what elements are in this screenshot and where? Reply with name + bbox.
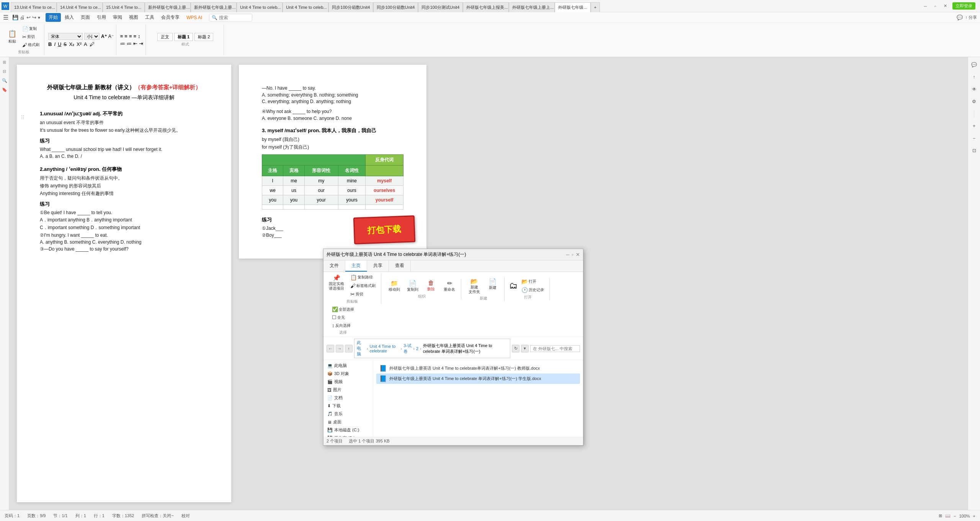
font-size-decrease[interactable]: A⁻ — [108, 34, 114, 39]
indent-decrease-btn[interactable]: ⇤ — [133, 41, 137, 46]
fe-sidebar-3d[interactable]: 📦3D 对象 — [323, 370, 373, 378]
fe-crumb-test[interactable]: 3-试卷 — [403, 343, 412, 354]
menu-wpsai[interactable]: WPS AI — [183, 14, 205, 21]
ribbon-paste[interactable]: 📋 粘贴 — [5, 29, 19, 45]
tab-7[interactable]: Unit 4 Time to celeb... — [283, 2, 328, 12]
fe-properties-btn[interactable]: 🗂 — [509, 281, 518, 291]
fe-up-btn[interactable]: ↑ — [345, 345, 353, 352]
fe-file-teacher[interactable]: 📘 外研版七年级上册英语 Unit 4 Time to celebrate单词表… — [376, 363, 580, 374]
align-left-btn[interactable]: ≡ — [120, 33, 123, 39]
style-h1[interactable]: 标题 1 — [174, 33, 193, 41]
fe-sidebar-c[interactable]: 💾本地磁盘 (C:) — [323, 426, 373, 434]
fe-sidebar-d[interactable]: 💾工作室 (D:) — [323, 434, 373, 437]
menu-view[interactable]: 视图 — [126, 13, 141, 22]
fe-cut-btn[interactable]: ✂剪切 — [348, 290, 378, 298]
font-family-select[interactable]: 宋体 — [48, 33, 83, 40]
tab-3[interactable]: 15.Unit 4 Time to... — [103, 2, 145, 12]
fe-minimize-btn[interactable]: ─ — [566, 252, 569, 257]
sidebar-navigation-icon[interactable]: ⊞ — [1, 59, 8, 66]
restore-btn[interactable]: ▫ — [932, 3, 938, 9]
tab-13-active[interactable]: 外研版七年级... — [555, 2, 590, 12]
ribbon-format-painter[interactable]: 🖌格式刷 — [20, 41, 42, 49]
rs-settings-icon[interactable]: ⚙ — [970, 97, 979, 106]
fe-restore-btn[interactable]: ▫ — [572, 252, 573, 257]
fe-sidebar-docs[interactable]: 📄文档 — [323, 394, 373, 402]
tab-new[interactable]: + — [591, 2, 600, 12]
print-icon[interactable]: 🖨 — [20, 15, 25, 20]
fe-rename-btn[interactable]: ✏重命名 — [441, 279, 458, 293]
ribbon-copy[interactable]: 📄复制 — [20, 25, 42, 33]
rs-share-icon[interactable]: ↑ — [970, 72, 979, 82]
fe-copyto-btn[interactable]: 📄复制到 — [404, 279, 421, 293]
strikethrough-btn[interactable]: S̶ — [64, 41, 67, 47]
fe-back-btn[interactable]: ← — [327, 345, 334, 352]
fe-history-btn[interactable]: 🕐历史记录 — [519, 286, 546, 294]
fe-new-btn[interactable]: 📄新建 — [484, 277, 501, 295]
numbered-list-btn[interactable]: ≔ — [127, 41, 132, 46]
fe-forward-btn[interactable]: → — [336, 345, 343, 352]
login-btn[interactable]: 立即登录 — [952, 2, 975, 10]
hamburger-icon[interactable]: ☰ — [3, 14, 8, 21]
rs-view-icon[interactable]: 👁 — [970, 85, 979, 94]
status-zoom-in-btn[interactable]: + — [973, 514, 975, 518]
download-btn[interactable]: 打包下载 — [353, 215, 415, 244]
fe-crumb-2[interactable]: 2 — [416, 346, 418, 351]
line-spacing-btn[interactable]: ↕ — [138, 33, 140, 39]
style-h2[interactable]: 标题 2 — [194, 33, 213, 41]
font-size-select[interactable]: 小四 — [84, 33, 100, 40]
drag-handle[interactable]: ⠿ — [21, 115, 24, 121]
fe-sidebar-desktop[interactable]: 🖥桌面 — [323, 418, 373, 426]
tab-4[interactable]: 新外研版七年级上册... — [145, 2, 191, 12]
menu-page[interactable]: 页面 — [78, 13, 93, 22]
fe-search-input[interactable] — [530, 345, 580, 352]
fe-selectall-btn[interactable]: ✅全部选择 — [330, 306, 356, 313]
fe-open-btn[interactable]: 📂打开 — [519, 278, 546, 285]
align-right-btn[interactable]: ≡ — [129, 33, 132, 39]
fe-dropdown-btn[interactable]: ▾ — [521, 345, 529, 352]
underline-btn[interactable]: U — [58, 41, 61, 47]
rs-fit-icon[interactable]: ⊡ — [970, 146, 979, 155]
style-normal[interactable]: 正文 — [157, 33, 173, 41]
fe-newfolder-btn[interactable]: 📂新建文件夹 — [466, 277, 483, 295]
indent-increase-btn[interactable]: ⇥ — [139, 41, 143, 46]
menu-vip[interactable]: 会员专享 — [158, 13, 183, 22]
justify-btn[interactable]: ≡ — [133, 33, 136, 39]
search-input[interactable] — [219, 15, 250, 20]
rs-comments-icon[interactable]: 💬 — [970, 60, 979, 69]
subscript-btn[interactable]: X₂ — [69, 41, 74, 47]
tab-10[interactable]: 同步100分测试Unit4 — [418, 2, 463, 12]
menu-references[interactable]: 引用 — [94, 13, 109, 22]
bullet-list-btn[interactable]: ≔ — [120, 41, 125, 46]
fe-sidebar-pc[interactable]: 💻此电脑 — [323, 362, 373, 370]
fe-tab-view[interactable]: 查看 — [389, 260, 411, 272]
fe-address-path[interactable]: 此电脑 › Unit 4 Time to celebrate › 3-试卷 › … — [354, 339, 510, 358]
save-icon[interactable]: 💾 — [12, 15, 18, 20]
sidebar-bookmark-icon[interactable]: 🔖 — [1, 86, 8, 93]
rs-zoom-in-icon[interactable]: + — [970, 121, 979, 131]
fe-delete-btn[interactable]: 🗑删除 — [423, 279, 439, 293]
sidebar-search-icon[interactable]: 🔍 — [1, 77, 8, 84]
tab-6[interactable]: Unit 4 Time to celeb... — [237, 2, 283, 12]
superscript-btn[interactable]: X² — [77, 41, 82, 47]
fe-tab-share[interactable]: 共享 — [367, 260, 389, 272]
ribbon-cut[interactable]: ✂剪切 — [20, 33, 42, 41]
status-read-btn[interactable]: 📖 — [945, 513, 951, 518]
status-zoom-out-btn[interactable]: − — [954, 514, 956, 518]
fe-selectnone-btn[interactable]: ☐全无 — [330, 314, 356, 321]
fe-moveto-btn[interactable]: 📁移动到 — [386, 279, 403, 293]
undo-icon[interactable]: ↩ — [26, 15, 31, 20]
fe-sidebar-downloads[interactable]: ⬇下载 — [323, 402, 373, 410]
fe-tab-home[interactable]: 主页 — [345, 260, 367, 272]
close-btn[interactable]: ✕ — [941, 3, 949, 9]
bold-btn[interactable]: B — [48, 41, 52, 47]
tab-11[interactable]: 外研版七年级上报美... — [463, 2, 509, 12]
minimize-btn[interactable]: ─ — [921, 3, 929, 9]
fe-pinlocation-btn[interactable]: 📌 固定实格请选项目 — [327, 274, 346, 298]
rs-zoom-out-icon[interactable]: − — [970, 134, 979, 143]
fe-crumb-unit[interactable]: Unit 4 Time to celebrate — [370, 344, 399, 353]
tab-5[interactable]: 新外研版七年级上册... — [191, 2, 237, 12]
fe-close-btn[interactable]: ✕ — [576, 252, 580, 257]
align-center-btn[interactable]: ≡ — [124, 33, 127, 39]
fe-sidebar-music[interactable]: 🎵音乐 — [323, 410, 373, 418]
fe-refresh-btn[interactable]: ↻ — [512, 345, 519, 352]
